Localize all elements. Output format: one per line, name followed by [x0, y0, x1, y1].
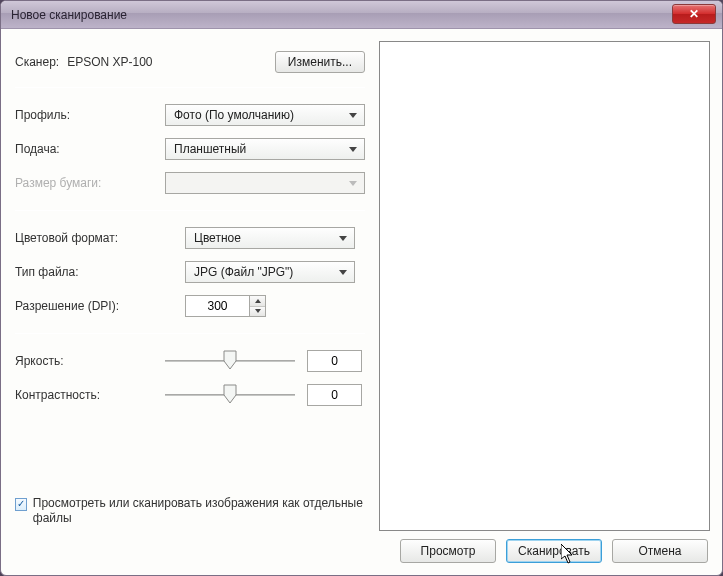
cancel-button[interactable]: Отмена — [612, 539, 708, 563]
scanner-row: Сканер: EPSON XP-100 Изменить... — [15, 43, 365, 85]
contrast-row: Контрастность: 0 — [15, 378, 365, 412]
resolution-value: 300 — [186, 299, 249, 313]
separate-files-row: ✓ Просмотреть или сканировать изображени… — [15, 486, 365, 531]
client-area: Сканер: EPSON XP-100 Изменить... Профиль… — [1, 29, 722, 575]
colorformat-value: Цветное — [194, 231, 339, 245]
content-row: Сканер: EPSON XP-100 Изменить... Профиль… — [9, 37, 714, 531]
profile-label: Профиль: — [15, 108, 165, 122]
source-label: Подача: — [15, 142, 165, 156]
profile-row: Профиль: Фото (По умолчанию) — [15, 98, 365, 132]
separator — [15, 210, 365, 211]
chevron-down-icon — [339, 270, 347, 275]
slider-thumb[interactable] — [223, 384, 237, 404]
brightness-label: Яркость: — [15, 354, 165, 368]
window-title: Новое сканирование — [11, 8, 127, 22]
profile-combo[interactable]: Фото (По умолчанию) — [165, 104, 365, 126]
dialog-window: Новое сканирование ✕ Сканер: EPSON XP-10… — [0, 0, 723, 576]
colorformat-label: Цветовой формат: — [15, 231, 185, 245]
preview-area[interactable] — [379, 41, 710, 531]
scanner-label: Сканер: — [15, 55, 59, 69]
resolution-input[interactable]: 300 — [185, 295, 250, 317]
chevron-down-icon — [349, 147, 357, 152]
brightness-value-box[interactable]: 0 — [307, 350, 362, 372]
settings-pane: Сканер: EPSON XP-100 Изменить... Профиль… — [9, 37, 369, 531]
chevron-down-icon — [349, 181, 357, 186]
button-bar: Просмотр Сканировать Отмена — [9, 531, 714, 567]
profile-value: Фото (По умолчанию) — [174, 108, 349, 122]
contrast-slider[interactable] — [165, 384, 295, 406]
preview-button[interactable]: Просмотр — [400, 539, 496, 563]
source-combo[interactable]: Планшетный — [165, 138, 365, 160]
titlebar[interactable]: Новое сканирование ✕ — [1, 1, 722, 29]
filetype-label: Тип файла: — [15, 265, 185, 279]
spinner-up-button[interactable] — [250, 296, 265, 307]
brightness-row: Яркость: 0 — [15, 344, 365, 378]
contrast-value-box[interactable]: 0 — [307, 384, 362, 406]
separator — [15, 333, 365, 334]
resolution-row: Разрешение (DPI): 300 — [15, 289, 365, 323]
source-row: Подача: Планшетный — [15, 132, 365, 166]
papersize-label: Размер бумаги: — [15, 176, 165, 190]
chevron-down-icon — [349, 113, 357, 118]
resolution-spinner — [250, 295, 266, 317]
checkmark-icon: ✓ — [17, 499, 25, 509]
chevron-down-icon — [339, 236, 347, 241]
filetype-combo[interactable]: JPG (Файл "JPG") — [185, 261, 355, 283]
change-scanner-button[interactable]: Изменить... — [275, 51, 365, 73]
colorformat-combo[interactable]: Цветное — [185, 227, 355, 249]
slider-thumb[interactable] — [223, 350, 237, 370]
separator — [15, 87, 365, 88]
resolution-label: Разрешение (DPI): — [15, 299, 185, 313]
triangle-up-icon — [255, 299, 261, 303]
spinner-down-button[interactable] — [250, 307, 265, 317]
brightness-slider[interactable] — [165, 350, 295, 372]
scanner-name: EPSON XP-100 — [67, 55, 152, 69]
separate-files-label: Просмотреть или сканировать изображения … — [33, 496, 365, 527]
source-value: Планшетный — [174, 142, 349, 156]
contrast-label: Контрастность: — [15, 388, 165, 402]
papersize-combo — [165, 172, 365, 194]
close-button[interactable]: ✕ — [672, 4, 716, 24]
triangle-down-icon — [255, 309, 261, 313]
brightness-value: 0 — [331, 354, 338, 368]
contrast-value: 0 — [331, 388, 338, 402]
filetype-value: JPG (Файл "JPG") — [194, 265, 339, 279]
filetype-row: Тип файла: JPG (Файл "JPG") — [15, 255, 365, 289]
colorformat-row: Цветовой формат: Цветное — [15, 221, 365, 255]
scan-button[interactable]: Сканировать — [506, 539, 602, 563]
separate-files-checkbox[interactable]: ✓ — [15, 498, 27, 511]
close-icon: ✕ — [689, 7, 699, 21]
papersize-row: Размер бумаги: — [15, 166, 365, 200]
